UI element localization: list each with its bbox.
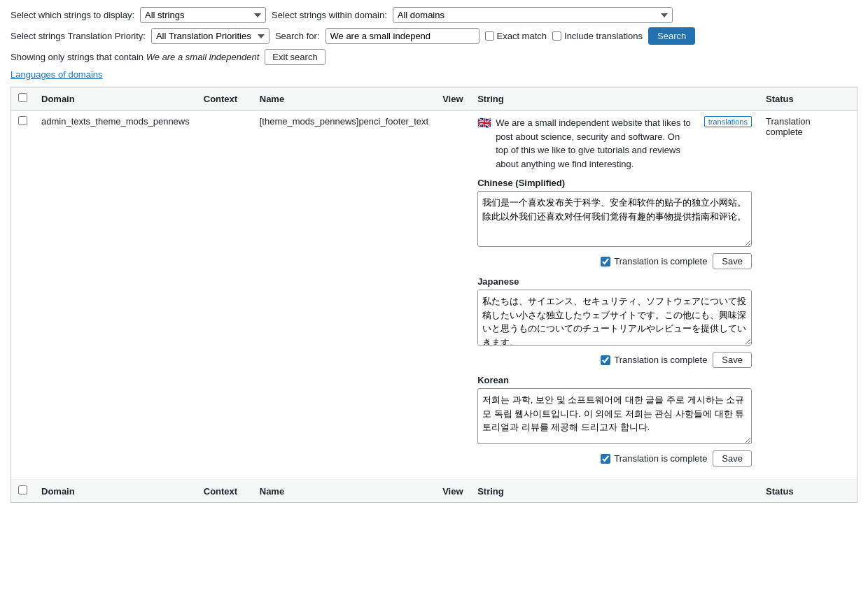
row-view: [435, 111, 470, 480]
row-domain: admin_texts_theme_mods_pennews: [34, 111, 197, 480]
complete-checkbox-chinese[interactable]: [601, 257, 610, 266]
table-header-row: Domain Context Name View String: [11, 87, 857, 111]
save-button-korean[interactable]: Save: [713, 450, 752, 467]
row-checkbox[interactable]: [18, 116, 27, 125]
row-status: Translation complete: [759, 111, 857, 480]
translation-actions-chinese: Translation is complete Save: [477, 253, 752, 269]
row-string: 🇬🇧 We are a small independent website th…: [470, 111, 759, 480]
footer-string: String: [470, 480, 759, 503]
search-for-label: Search for:: [275, 31, 320, 41]
domain-label: Select strings within domain:: [272, 10, 387, 20]
lang-label-japanese: Japanese: [477, 276, 752, 287]
footer-status: Status: [759, 480, 857, 503]
languages-link[interactable]: Languages of domains: [10, 69, 103, 80]
save-button-japanese[interactable]: Save: [713, 352, 752, 368]
translation-block-chinese: Chinese (Simplified) 我们是一个喜欢发布关于科学、安全和软件…: [477, 178, 752, 269]
include-translations-checkbox[interactable]: [552, 31, 561, 41]
table-footer-row: Domain Context Name View String: [11, 480, 857, 503]
filter-row-2: Select strings Translation Priority: All…: [10, 27, 858, 45]
complete-label-chinese[interactable]: Translation is complete: [601, 256, 707, 266]
priority-select[interactable]: All Translation Priorities: [151, 28, 270, 44]
lang-label-chinese: Chinese (Simplified): [477, 178, 752, 188]
save-button-chinese[interactable]: Save: [713, 253, 752, 269]
footer-domain: Domain: [34, 480, 197, 503]
footer-context: Context: [197, 480, 253, 503]
lang-label-korean: Korean: [477, 375, 752, 385]
strings-table: Domain Context Name View String: [11, 87, 857, 502]
footer-view: View: [435, 480, 470, 503]
exact-match-label[interactable]: Exact match: [485, 31, 547, 41]
showing-text: Showing only strings that contain We are…: [10, 52, 259, 62]
uk-flag-icon: 🇬🇧: [477, 116, 491, 129]
translation-actions-korean: Translation is complete Save: [477, 450, 752, 467]
header-name: Name: [253, 87, 435, 111]
complete-checkbox-korean[interactable]: [601, 454, 610, 464]
showing-row: Showing only strings that contain We are…: [10, 49, 858, 65]
complete-checkbox-japanese[interactable]: [601, 355, 610, 365]
translation-block-korean: Korean 저희는 과학, 보안 및 소프트웨어에 대한 글을 주로 게시하는…: [477, 375, 752, 467]
translation-actions-japanese: Translation is complete Save: [477, 352, 752, 368]
complete-label-japanese[interactable]: Translation is complete: [601, 355, 707, 365]
complete-label-korean[interactable]: Translation is complete: [601, 453, 707, 464]
translations-badge[interactable]: translations: [704, 116, 752, 127]
header-view: View: [435, 87, 470, 111]
priority-label: Select strings Translation Priority:: [10, 31, 146, 41]
header-string: String: [470, 87, 759, 111]
include-translations-label[interactable]: Include translations: [552, 31, 643, 41]
strings-table-wrap: Domain Context Name View String: [10, 87, 858, 503]
exit-search-button[interactable]: Exit search: [265, 49, 325, 65]
header-domain: Domain: [34, 87, 197, 111]
header-context: Context: [197, 87, 253, 111]
translation-block-japanese: Japanese 私たちは、サイエンス、セキュリティ、ソフトウェアについて投稿し…: [477, 276, 752, 368]
row-context: [197, 111, 253, 480]
translation-textarea-japanese[interactable]: 私たちは、サイエンス、セキュリティ、ソフトウェアについて投稿したい小さな独立した…: [477, 290, 752, 346]
translation-textarea-chinese[interactable]: 我们是一个喜欢发布关于科学、安全和软件的贴子的独立小网站。除此以外我们还喜欢对任…: [477, 191, 752, 247]
filter-row-1: Select which strings to display: All str…: [10, 7, 858, 23]
search-button[interactable]: Search: [648, 27, 695, 45]
exact-match-checkbox[interactable]: [485, 31, 494, 41]
display-label: Select which strings to display:: [10, 10, 134, 20]
english-source-text: We are a small independent website that …: [496, 116, 694, 171]
table-row: admin_texts_theme_mods_pennews [theme_mo…: [11, 111, 857, 480]
display-select[interactable]: All strings: [140, 7, 266, 23]
row-name: [theme_mods_pennews]penci_footer_text: [253, 111, 435, 480]
header-status: Status: [759, 87, 857, 111]
footer-name: Name: [253, 480, 435, 503]
select-all-footer-checkbox[interactable]: [18, 485, 27, 494]
domain-select[interactable]: All domains: [393, 7, 673, 23]
search-input[interactable]: [326, 28, 479, 44]
select-all-checkbox[interactable]: [18, 93, 27, 102]
translation-textarea-korean[interactable]: 저희는 과학, 보안 및 소프트웨어에 대한 글을 주로 게시하는 소규모 독립…: [477, 388, 752, 444]
